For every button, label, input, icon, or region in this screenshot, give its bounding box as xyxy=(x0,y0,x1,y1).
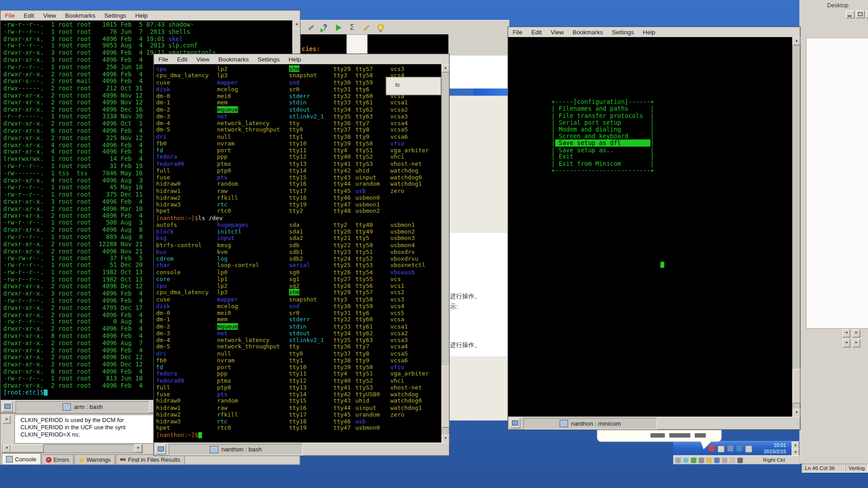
help-icon[interactable] xyxy=(321,23,330,32)
new-tab-button[interactable] xyxy=(2,402,13,412)
vbox-printer-icon[interactable] xyxy=(722,457,727,463)
tab-nanthon-minicom[interactable]: nanthon : minicom xyxy=(523,418,657,429)
tab-errors[interactable]: ×Errors xyxy=(41,454,74,464)
tray-display-icon[interactable] xyxy=(727,446,733,451)
tab-console[interactable]: Console xyxy=(2,453,41,464)
scroll-up-button[interactable] xyxy=(293,20,301,28)
dev-row: autofshugepagessdatty2tty48usbmon1 xyxy=(156,221,444,228)
vbox-keyboard-icon[interactable] xyxy=(737,457,743,463)
minicom-line: | Filenames and paths | xyxy=(552,106,654,113)
menu-settings[interactable]: Settings xyxy=(253,56,284,63)
restore-button[interactable] xyxy=(856,10,865,18)
tab-warnings[interactable]: Warnings xyxy=(74,454,115,464)
menu-help[interactable]: Help xyxy=(638,29,660,36)
dev-row: hidraw2rfkilltty18tty46usbmon0 xyxy=(156,194,444,201)
scrollbar[interactable] xyxy=(441,64,449,443)
dev-row: fuseptstty14tty42ttyUSB0watchdog xyxy=(156,390,444,397)
minicom-config-menu[interactable]: +-----[configuration]------+| Filenames … xyxy=(552,99,654,174)
menu-bookmarks[interactable]: Bookmarks xyxy=(214,56,253,63)
vbox-folder-icon[interactable] xyxy=(706,457,712,463)
dev-row: dm-2mqueuestdouttty34tty62vcsa2 xyxy=(156,106,444,113)
menu-view[interactable]: View xyxy=(192,56,214,63)
scrollbar-thumb[interactable] xyxy=(442,366,449,427)
dev-row: dm-3netstdouttty34tty62vcsa2 xyxy=(156,329,444,336)
vbox-mouse-icon[interactable] xyxy=(730,457,735,463)
dev-row: dm-4network_latencystlinkv2_1tty35tty63v… xyxy=(156,336,444,343)
vbox-usb-icon[interactable] xyxy=(698,457,704,463)
tray-ime-icon[interactable] xyxy=(717,446,725,453)
balloon-text-smudge xyxy=(695,433,706,438)
menu-file[interactable]: File xyxy=(154,56,172,63)
dev-row: diskmcelogsndtty30tty59vcs4 xyxy=(156,302,444,309)
scroll-right-button[interactable] xyxy=(853,339,860,347)
menu-edit[interactable]: Edit xyxy=(19,12,39,19)
horizontal-scrollbar[interactable] xyxy=(2,444,143,453)
scroll-left-button[interactable] xyxy=(3,444,10,452)
warn-icon xyxy=(79,457,84,462)
scrollbar[interactable] xyxy=(792,37,800,417)
taskbar-clock: 10:01 2015/2/15 xyxy=(764,443,786,455)
dev-row: corelp1sg1tty27tty55vcs xyxy=(156,275,444,282)
scroll-right-button[interactable] xyxy=(853,329,860,338)
minicom-line: | Screen and keyboard | xyxy=(552,133,654,140)
scroll-left-button[interactable] xyxy=(843,339,850,347)
menu-file[interactable]: File xyxy=(0,12,19,19)
terminal-output[interactable]: cpulp2shmtty29tty57vcs3cpu_dma_latencylp… xyxy=(154,64,444,444)
dialog-text-fragment: 示: xyxy=(450,303,458,311)
scroll-left-button[interactable] xyxy=(843,329,850,338)
dev-row: blockinitctlsda1tty20tty49usbmon2 xyxy=(156,228,444,235)
minicom-screen[interactable]: +-----[configuration]------+| Filenames … xyxy=(508,37,792,417)
ls-row: -rw-r--r--. 1 root root 76 Jun 7 2013 sh… xyxy=(3,28,295,36)
vbox-hdd-icon[interactable] xyxy=(675,457,681,463)
menu-settings[interactable]: Settings xyxy=(608,29,638,36)
menu-file[interactable]: File xyxy=(508,29,527,36)
vbox-cd-icon[interactable] xyxy=(683,457,689,463)
menu-bookmarks[interactable]: Bookmarks xyxy=(568,29,608,36)
dev-row: dm-5network_throughputtty0tty37tty8vcsa5 xyxy=(156,126,444,133)
scroll-down-button[interactable] xyxy=(793,409,800,417)
tray-volume-icon[interactable] xyxy=(745,446,752,453)
scroll-up-button[interactable] xyxy=(3,416,10,424)
scroll-up-button[interactable] xyxy=(793,37,800,45)
menu-bookmarks[interactable]: Bookmarks xyxy=(61,12,100,19)
prompt-text: [nanthon:~]$ xyxy=(156,214,198,221)
menu-help[interactable]: Help xyxy=(284,56,305,63)
minicom-line: | File transfer protocols | xyxy=(552,113,654,120)
minicom-line: | Serial port setup | xyxy=(552,120,654,127)
menu-settings[interactable]: Settings xyxy=(100,12,131,19)
dev-row: fdporttty10tty39ttyS0vfio xyxy=(156,363,444,370)
menu-view[interactable]: View xyxy=(38,12,61,19)
text-cursor xyxy=(198,432,202,438)
wrench-icon[interactable] xyxy=(307,23,316,32)
tab-arm-bash[interactable]: arm : bash xyxy=(15,401,149,413)
menu-help[interactable]: Help xyxy=(131,12,152,19)
menu-edit[interactable]: Edit xyxy=(173,56,192,63)
tab-label: Errors xyxy=(53,456,69,463)
tab-nanthon-bash[interactable]: nanthon : bash xyxy=(169,443,302,455)
vbox-net-icon[interactable] xyxy=(691,457,696,463)
scrollbar-thumb[interactable] xyxy=(10,444,43,452)
new-tab-button[interactable] xyxy=(156,444,166,454)
bulb-icon[interactable] xyxy=(376,23,385,32)
menu-edit[interactable]: Edit xyxy=(527,29,546,36)
scroll-right-button[interactable] xyxy=(135,444,142,452)
cursor-position: Ln 46 Col 36 xyxy=(802,464,845,473)
tray-network-icon[interactable] xyxy=(736,446,742,451)
vbox-display-icon[interactable] xyxy=(714,457,720,463)
edit-icon[interactable] xyxy=(362,23,371,32)
scroll-down-button[interactable] xyxy=(442,435,449,443)
new-tab-button[interactable] xyxy=(510,418,520,428)
minicom-line: +-----[configuration]------+ xyxy=(552,99,654,106)
scroll-up-button[interactable] xyxy=(442,64,449,72)
minimize-button[interactable] xyxy=(846,10,855,18)
konsole-window-middle: FileEditViewBookmarksSettingsHelp cpulp2… xyxy=(153,54,449,456)
partial-terminal-text: cies: xyxy=(302,45,320,52)
run-icon[interactable] xyxy=(335,23,344,32)
find-icon xyxy=(120,457,126,462)
sum-icon[interactable] xyxy=(348,23,357,32)
minicom-line: | Exit | xyxy=(552,154,654,161)
scrollbar-thumb[interactable] xyxy=(793,369,800,404)
console-icon xyxy=(6,455,13,462)
menu-view[interactable]: View xyxy=(546,29,568,36)
close-button[interactable] xyxy=(866,10,868,18)
